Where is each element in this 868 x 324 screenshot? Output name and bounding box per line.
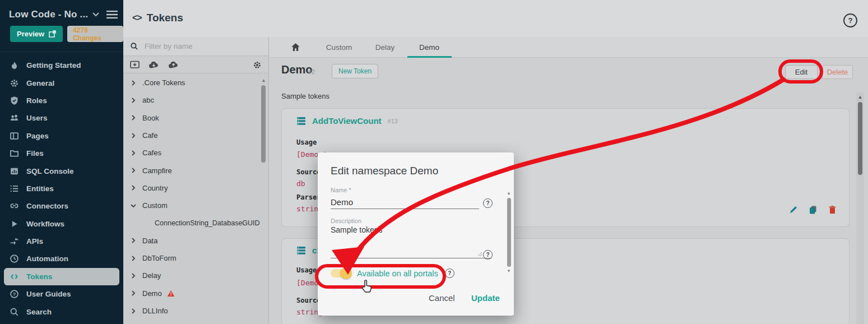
sidebar-item-roles[interactable]: Roles (0, 92, 123, 109)
modal-scrollbar[interactable]: ▲ ▼ (506, 191, 512, 284)
tree-scrollbar[interactable]: ▲ (261, 78, 266, 320)
sidebar-item-sql-console[interactable]: SQL Console (0, 162, 123, 179)
tree-item-core-tokens[interactable]: .Core Tokens (123, 74, 268, 91)
chevron-right-icon (131, 133, 136, 138)
copy-icon[interactable] (809, 205, 818, 214)
tree-item-dllinfo[interactable]: DLLInfo (123, 302, 268, 320)
chevron-right-icon (131, 150, 136, 156)
cloud-download-icon[interactable] (148, 61, 159, 69)
scroll-up-arrow-icon[interactable]: ▲ (261, 78, 266, 83)
name-field[interactable] (331, 195, 479, 209)
home-icon[interactable] (290, 42, 301, 52)
list-icon (10, 184, 19, 193)
tree-item-connectionstring-databaseguid[interactable]: ConnectionString_DatabaseGUID (123, 214, 268, 232)
help-icon[interactable]: ? (445, 269, 454, 278)
new-token-button[interactable]: New Token (332, 64, 378, 78)
sidebar-item-users[interactable]: Users (0, 109, 123, 127)
sidebar-item-files[interactable]: Files (0, 145, 123, 162)
tree-item-book[interactable]: Book (123, 109, 268, 127)
cloud-upload-icon[interactable] (168, 61, 179, 69)
toggle-label: Available on all portals (357, 269, 438, 278)
tab-custom[interactable]: Custom (319, 37, 359, 58)
tree-item-country[interactable]: Country (123, 179, 268, 197)
tree-item-demo[interactable]: Demo (123, 285, 268, 302)
sidebar-item-workflows[interactable]: Workflows (0, 215, 123, 233)
update-button[interactable]: Update (468, 293, 503, 303)
project-switcher[interactable]: Low Code - No ... (9, 9, 118, 20)
tree-item-data[interactable]: Data (123, 232, 268, 249)
sidebar-item-apis[interactable]: APIs (0, 233, 123, 250)
sidebar-nav: Getting Started General Roles Users Page… (0, 57, 123, 321)
delete-button[interactable]: Delete (822, 65, 853, 79)
toggle-knob[interactable] (340, 267, 352, 279)
tree-item-label: Delay (142, 271, 161, 280)
tree-item-dbtoform[interactable]: DbToForm (123, 249, 268, 267)
tree-item-custom[interactable]: Custom (123, 197, 268, 214)
preview-label: Preview (17, 30, 44, 38)
tree-item-label: .Core Tokens (142, 78, 185, 87)
cancel-button[interactable]: Cancel (425, 293, 458, 303)
token-name[interactable]: AddToViewCount (312, 116, 382, 126)
tree-item-label: DLLInfo (142, 307, 168, 315)
changes-badge[interactable]: 4278 Changes (67, 26, 123, 42)
field-value: db (296, 179, 305, 188)
sidebar-item-label: Connectors (26, 202, 68, 210)
token-tree-panel: .Core Tokens abc Book Cafe Cafes Campfir… (123, 37, 269, 324)
tab-demo[interactable]: Demo (409, 37, 449, 58)
tree-item-campfire[interactable]: Campfire (123, 161, 268, 179)
toggle-switch[interactable] (331, 269, 350, 277)
help-glyph: ? (848, 16, 853, 25)
sidebar-item-search[interactable]: Search (0, 303, 123, 320)
tree-item-label: Country (142, 184, 168, 192)
scrollbar-thumb[interactable] (261, 85, 266, 163)
help-icon[interactable]: ? (483, 198, 493, 208)
sidebar-item-connectors[interactable]: Connectors (0, 197, 123, 215)
project-title: Low Code - No ... (9, 9, 88, 20)
sidebar-item-automation[interactable]: Automation (0, 250, 123, 267)
field-label: Source (296, 297, 321, 304)
help-icon[interactable]: ? (843, 13, 857, 27)
svg-text:?: ? (13, 291, 16, 297)
help-icon[interactable]: ? (483, 250, 493, 260)
sidebar-item-general[interactable]: General (0, 74, 123, 91)
available-on-all-portals-toggle-row[interactable]: Available on all portals ? (331, 269, 454, 278)
description-field[interactable]: Sample tokens (331, 225, 383, 234)
api-arrows-icon (10, 237, 19, 246)
sidebar-item-getting-started[interactable]: Getting Started (0, 57, 123, 74)
scrollbar-thumb[interactable] (507, 198, 511, 267)
sidebar-item-pages[interactable]: Pages (0, 127, 123, 145)
scroll-up-arrow-icon[interactable]: ▲ (506, 191, 512, 196)
scroll-up-arrow-icon[interactable]: ▲ (856, 94, 864, 100)
tree-item-format[interactable]: Format (123, 320, 268, 324)
namespace-tabbar: Custom Delay Demo (269, 37, 868, 58)
sidebar-item-tokens[interactable]: Tokens (4, 268, 119, 285)
chevron-right-icon (131, 80, 136, 86)
main-scrollbar[interactable]: ▲ (856, 92, 864, 324)
filter-input[interactable] (143, 41, 262, 51)
scrollbar-thumb[interactable] (858, 102, 862, 175)
active-tab-underline (407, 56, 452, 58)
tree-item-label: DbToForm (142, 254, 177, 262)
preview-button[interactable]: Preview (10, 26, 63, 42)
pencil-icon[interactable] (789, 205, 798, 214)
sidebar-item-entities[interactable]: Entities (0, 180, 123, 197)
resize-handle-icon[interactable] (477, 252, 482, 257)
edit-button[interactable]: Edit (785, 65, 818, 79)
tree-item-delay[interactable]: Delay (123, 267, 268, 284)
chevron-right-icon (131, 308, 136, 314)
tab-label: Custom (326, 43, 352, 52)
tree-item-cafe[interactable]: Cafe (123, 127, 268, 144)
tree-item-label: abc (142, 96, 154, 104)
token-tree: .Core Tokens abc Book Cafe Cafes Campfir… (123, 74, 268, 324)
hamburger-menu-icon[interactable] (106, 11, 118, 18)
screen-add-icon[interactable] (130, 61, 140, 69)
search-icon (10, 307, 19, 317)
sidebar-item-user-guides[interactable]: ? User Guides (0, 285, 123, 303)
tab-delay[interactable]: Delay (368, 37, 402, 58)
settings-gear-icon[interactable] (253, 61, 262, 70)
tree-item-abc[interactable]: abc (123, 91, 268, 109)
tree-item-cafes[interactable]: Cafes (123, 144, 268, 161)
scroll-down-arrow-icon[interactable]: ▼ (506, 269, 512, 274)
link-icon (10, 201, 19, 211)
trash-icon[interactable] (828, 205, 837, 214)
